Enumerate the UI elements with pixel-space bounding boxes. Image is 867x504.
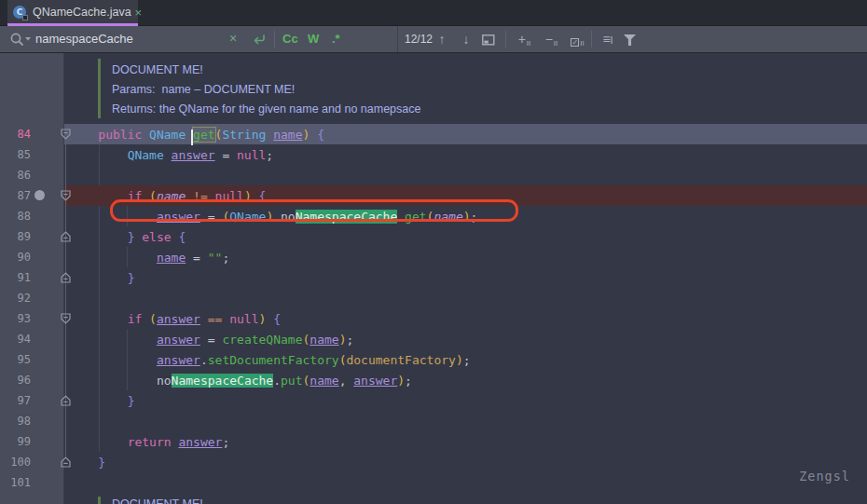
add-next-occurrence-button[interactable]: +II xyxy=(514,26,534,52)
filter-icon[interactable] xyxy=(624,34,636,46)
doc-line: DOCUMENT ME! xyxy=(112,497,203,504)
select-all-occurrences-button[interactable]: ✓II xyxy=(566,26,588,52)
search-match-highlight: NamespaceCache xyxy=(172,374,274,388)
code-line[interactable]: } else { xyxy=(64,226,867,247)
doc-render-toggle[interactable] xyxy=(98,59,101,118)
clear-search-icon[interactable]: × xyxy=(229,26,237,52)
checkbox-icon: ✓ xyxy=(571,38,579,47)
fold-collapse-start-icon[interactable] xyxy=(61,313,71,324)
code-line[interactable]: QName answer = null; xyxy=(64,144,867,165)
line-number[interactable]: 95 xyxy=(0,349,64,370)
search-icon[interactable] xyxy=(9,32,34,47)
fold-collapse-end-icon[interactable] xyxy=(61,456,71,468)
line-number[interactable]: 91 xyxy=(0,267,64,288)
line-number[interactable]: 84 xyxy=(0,124,64,144)
doc-line: DOCUMENT ME! xyxy=(112,63,203,77)
line-number[interactable]: 92 xyxy=(0,288,64,308)
java-class-icon: C xyxy=(13,6,27,20)
editor-tab-bar: C QNameCache.java × xyxy=(0,0,867,26)
code-line[interactable] xyxy=(64,288,867,308)
next-occurrence-button[interactable]: ↓ xyxy=(459,26,474,52)
editor-tab-qnamecache[interactable]: C QNameCache.java × xyxy=(7,0,138,26)
annotation-highlight-box xyxy=(110,199,518,222)
line-number[interactable]: 99 xyxy=(0,431,64,452)
search-field[interactable]: namespaceCache × Cc W .* xyxy=(0,26,398,52)
line-number[interactable]: 97 xyxy=(0,390,64,411)
rendered-doc-comment: DOCUMENT ME! xyxy=(98,497,378,504)
code-line[interactable]: public QName get(String name) { xyxy=(64,124,867,144)
fold-collapse-start-icon[interactable] xyxy=(61,190,71,201)
watermark: Zengsl xyxy=(799,469,850,484)
divider xyxy=(505,31,506,48)
line-number[interactable]: 87 xyxy=(0,185,64,206)
gutter-numbers: 84858687888990919293949596979899100101 xyxy=(0,124,64,493)
code-line[interactable]: } xyxy=(64,390,867,411)
divider xyxy=(591,31,592,48)
code-line[interactable]: return answer; xyxy=(64,431,867,452)
search-input[interactable]: namespaceCache xyxy=(35,26,133,52)
fold-collapse-end-icon[interactable] xyxy=(61,231,71,242)
line-number[interactable]: 93 xyxy=(0,308,64,329)
code-line[interactable]: } xyxy=(64,452,867,472)
code-line[interactable] xyxy=(64,411,867,431)
line-number[interactable]: 101 xyxy=(0,472,64,493)
tab-close-icon[interactable]: × xyxy=(135,7,143,19)
code-editor[interactable]: DOCUMENT ME! Params: name – DOCUMENT ME!… xyxy=(0,53,867,504)
match-count: 12/12 xyxy=(399,26,438,52)
line-number[interactable]: 94 xyxy=(0,329,64,349)
code-line[interactable]: answer.setDocumentFactory(documentFactor… xyxy=(64,349,867,370)
fold-collapse-start-icon[interactable] xyxy=(61,129,71,140)
ide-window: C QNameCache.java × namespaceCache × xyxy=(0,0,867,504)
fold-range-line xyxy=(65,140,66,456)
tab-title: QNameCache.java xyxy=(33,6,131,19)
doc-line: Params: name – DOCUMENT ME! xyxy=(112,83,295,97)
doc-line: Returns: the QName for the given name an… xyxy=(112,102,420,116)
words-toggle[interactable]: W xyxy=(308,26,319,52)
remove-occurrence-button[interactable]: −II xyxy=(541,26,561,52)
line-number[interactable]: 88 xyxy=(0,206,64,226)
line-number[interactable]: 100 xyxy=(0,452,64,472)
line-number[interactable]: 96 xyxy=(0,370,64,390)
find-toolbar: namespaceCache × Cc W .* 12/12 ↑ ↓ +II −… xyxy=(0,26,867,53)
code-line[interactable]: answer = createQName(name); xyxy=(64,329,867,349)
code-line[interactable]: name = ""; xyxy=(64,247,867,267)
code-line[interactable] xyxy=(64,472,867,493)
doc-render-toggle[interactable] xyxy=(98,497,101,504)
gutter-dot-icon[interactable] xyxy=(34,190,45,200)
code-line[interactable] xyxy=(64,165,867,185)
previous-occurrence-button[interactable]: ↑ xyxy=(434,26,449,52)
line-number[interactable]: 85 xyxy=(0,144,64,165)
line-number[interactable]: 89 xyxy=(0,226,64,247)
fold-collapse-end-icon[interactable] xyxy=(61,272,71,283)
code-line[interactable]: if (answer == null) { xyxy=(64,308,867,329)
code-rows: public QName get(String name) {QName ans… xyxy=(64,124,867,493)
find-in-selection-button[interactable]: ≡I xyxy=(598,26,618,52)
line-number[interactable]: 86 xyxy=(0,165,64,185)
line-number[interactable]: 98 xyxy=(0,411,64,431)
line-number[interactable]: 90 xyxy=(0,247,64,267)
search-history-dropdown-icon xyxy=(25,37,31,41)
match-case-toggle[interactable]: Cc xyxy=(282,26,298,52)
regex-toggle[interactable]: .* xyxy=(332,26,340,52)
code-line[interactable]: } xyxy=(64,267,867,288)
rendered-doc-comment: DOCUMENT ME! Params: name – DOCUMENT ME!… xyxy=(98,59,545,118)
code-line[interactable]: noNamespaceCache.put(name, answer); xyxy=(64,370,867,390)
fold-collapse-end-icon[interactable] xyxy=(61,395,71,406)
divider xyxy=(274,31,275,48)
insert-newline-icon[interactable] xyxy=(252,33,267,46)
